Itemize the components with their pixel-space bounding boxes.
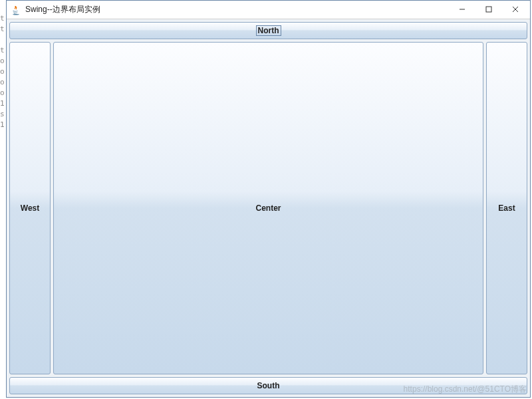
- svg-rect-2: [486, 7, 491, 12]
- titlebar: Swing--边界布局实例: [7, 1, 530, 19]
- window-title: Swing--边界布局实例: [25, 4, 449, 15]
- south-button[interactable]: South: [9, 377, 527, 394]
- swing-window: Swing--边界布局实例 North West Center Ea: [6, 0, 531, 398]
- java-icon: [11, 5, 21, 15]
- border-layout-content: North West Center East South: [7, 19, 530, 397]
- minimize-button[interactable]: [449, 1, 475, 18]
- east-label: East: [498, 203, 515, 213]
- west-button[interactable]: West: [9, 42, 51, 374]
- window-controls: [449, 1, 529, 19]
- south-label: South: [257, 381, 280, 390]
- maximize-button[interactable]: [475, 1, 502, 18]
- west-label: West: [21, 203, 39, 213]
- north-button[interactable]: North: [9, 22, 527, 39]
- close-button[interactable]: [502, 1, 529, 18]
- east-button[interactable]: East: [486, 42, 527, 374]
- middle-row: West Center East: [9, 42, 527, 374]
- center-button[interactable]: Center: [53, 42, 483, 374]
- svg-point-0: [13, 14, 19, 15]
- north-label: North: [256, 25, 281, 36]
- center-label: Center: [255, 203, 281, 213]
